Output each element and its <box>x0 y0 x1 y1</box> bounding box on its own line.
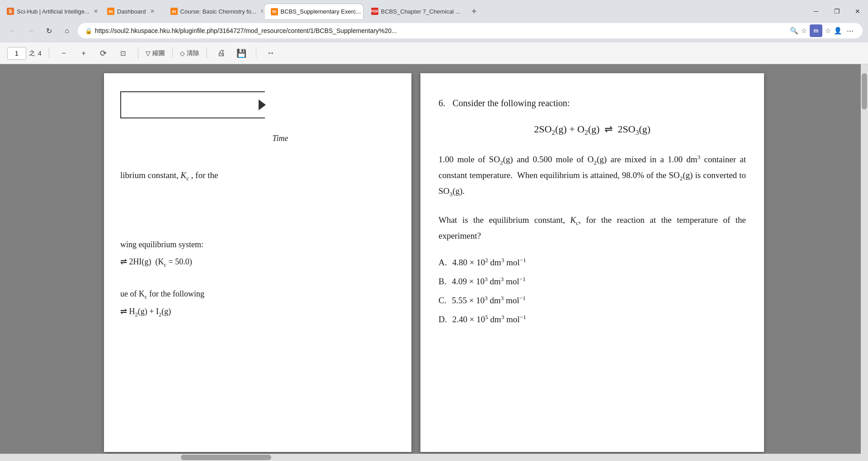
eq-follow-reaction: ⇌ H2(g) + I2(g) <box>120 305 395 319</box>
lock-icon: 🔒 <box>85 28 92 34</box>
tab-sci-hub[interactable]: S Sci-Hub | Artificial Intellige... ✕ <box>0 4 99 19</box>
choice-a: A. 4.80 × 102 dm3 mol−1 <box>439 254 746 271</box>
forward-button[interactable]: → <box>24 24 38 38</box>
diagram-arrow <box>259 99 266 110</box>
tab-sci-hub-close[interactable]: ✕ <box>92 8 99 15</box>
diagram-section: Time <box>120 91 395 145</box>
question-body: 1.00 mole of SO2(g) and 0.500 mole of O2… <box>439 152 746 200</box>
tab-bcbs-chapter[interactable]: PDF BCBS_Chapter 7_Chemical ... ✕ <box>364 4 464 19</box>
choice-d-label: D. <box>439 311 447 328</box>
pdf-container: Time librium constant, Kc , for the wing… <box>0 64 868 461</box>
page-total: 4 <box>38 50 42 57</box>
tab-bcbs-chapter-close[interactable]: ✕ <box>463 8 463 15</box>
diagram-box <box>120 91 265 118</box>
tab-bcbs-chapter-label: BCBS_Chapter 7_Chemical ... <box>381 8 461 15</box>
address-bar-row: ← → ↻ ⌂ 🔒 https://soul2.hkuspace.hku.hk/… <box>0 19 868 42</box>
tab-sci-hub-label: Sci-Hub | Artificial Intellige... <box>17 8 90 15</box>
page-input-group: 之 4 <box>7 47 42 60</box>
dashboard-favicon: m <box>107 8 114 15</box>
question-number: 6. <box>439 96 445 110</box>
eq-reaction-1: ⇌ 2HI(g) (Kc = 50.0) <box>120 255 395 269</box>
choice-c: C. 5.55 × 103 dm3 mol−1 <box>439 292 746 309</box>
maximize-button[interactable]: ❐ <box>826 4 847 19</box>
question-header: 6. Consider the following reaction: <box>439 96 746 110</box>
choice-a-label: A. <box>439 254 447 271</box>
toolbar-separator-3 <box>172 48 173 59</box>
equilibrium-system: wing equilibrium system: ⇌ 2HI(g) (Kc = … <box>120 238 395 319</box>
tab-bcbs-supp-label: BCBS_Supplementary Exerc... <box>281 8 361 15</box>
tab-course-label: Course: Basic Chemistry fo... <box>180 8 256 15</box>
pdf-toolbar: 之 4 − + ⟳ ⊡ ▽ ▽ 縮圖 縮圖 ◇ 清除 🖨 💾 ↔ <box>0 42 868 64</box>
choice-b: B. 4.09 × 103 dm3 mol−1 <box>439 273 746 290</box>
rotate-button[interactable]: ⟳ <box>96 46 111 61</box>
course-favicon: m <box>170 8 178 15</box>
zoom-out-button[interactable]: − <box>57 46 71 61</box>
toolbar-separator-4 <box>207 48 207 59</box>
tab-dashboard-label: Dashboard <box>117 8 146 15</box>
tab-dashboard[interactable]: m Dashboard ✕ <box>100 4 163 19</box>
eq-kc-note: ue of Kc for the following <box>120 287 395 301</box>
right-pdf-page: 6. Consider the following reaction: 2SO2… <box>420 73 764 452</box>
clear-label[interactable]: ◇ 清除 <box>180 49 199 57</box>
annotate-label[interactable]: ▽ ▽ 縮圖 縮圖 <box>146 49 165 57</box>
question-title: Consider the following reaction: <box>453 96 570 110</box>
eq-system-title: wing equilibrium system: <box>120 238 395 251</box>
back-button[interactable]: ← <box>5 24 20 38</box>
zoom-in-button[interactable]: + <box>76 46 91 61</box>
left-pdf-page: Time librium constant, Kc , for the wing… <box>104 73 411 452</box>
bcbs-chapter-favicon: PDF <box>371 8 378 15</box>
tab-course-close[interactable]: ✕ <box>259 8 263 15</box>
diagram-time-label: Time <box>165 132 395 145</box>
bookmark-star-icon[interactable]: ☆ <box>801 27 807 35</box>
choice-b-value: 4.09 × 103 dm3 mol−1 <box>452 273 525 290</box>
toolbar-separator-2 <box>138 48 138 59</box>
horizontal-scroll-thumb[interactable] <box>181 455 271 460</box>
tab-dashboard-close[interactable]: ✕ <box>149 8 156 15</box>
toolbar-separator-1 <box>49 48 49 59</box>
tab-bar: S Sci-Hub | Artificial Intellige... ✕ m … <box>0 0 868 19</box>
choice-c-value: 5.55 × 103 dm3 mol−1 <box>452 292 525 309</box>
horizontal-scrollbar[interactable] <box>0 454 861 461</box>
collections-icon[interactable]: ☆ <box>825 27 831 35</box>
choice-c-label: C. <box>439 292 446 309</box>
window-controls: ─ ❐ ✕ <box>806 4 868 19</box>
more-options-button[interactable]: ··· <box>845 26 855 36</box>
address-bar[interactable]: 🔒 https://soul2.hkuspace.hku.hk/pluginfi… <box>78 23 863 38</box>
expand-button[interactable]: ↔ <box>264 46 278 61</box>
minimize-button[interactable]: ─ <box>806 4 826 19</box>
question-kc-part: What is the equilibrium constant, Kc, fo… <box>439 212 746 243</box>
choice-a-value: 4.80 × 102 dm3 mol−1 <box>452 254 526 271</box>
choice-d-value: 2.40 × 105 dm3 mol−1 <box>452 311 526 328</box>
reaction-equation: 2SO2(g) + O2(g) ⇌ 2SO3(g) <box>439 121 746 138</box>
toolbar-separator-5 <box>256 48 256 59</box>
choice-d: D. 2.40 × 105 dm3 mol−1 <box>439 311 746 328</box>
sci-hub-favicon: S <box>7 8 14 15</box>
vertical-scrollbar[interactable] <box>861 64 868 461</box>
left-page-content: Time librium constant, Kc , for the wing… <box>120 91 395 319</box>
scroll-thumb[interactable] <box>862 73 867 109</box>
choice-b-label: B. <box>439 273 446 290</box>
profile-icon[interactable]: 👤 <box>834 27 842 35</box>
eq-constant-text: librium constant, Kc , for the <box>120 168 395 184</box>
browser-chrome: S Sci-Hub | Artificial Intellige... ✕ m … <box>0 0 868 42</box>
content-area: Time librium constant, Kc , for the wing… <box>0 64 868 461</box>
close-button[interactable]: ✕ <box>847 4 868 19</box>
reload-button[interactable]: ↻ <box>42 24 56 38</box>
fit-page-button[interactable]: ⊡ <box>116 46 131 61</box>
right-page-content: 6. Consider the following reaction: 2SO2… <box>439 96 746 328</box>
page-separator: 之 <box>29 49 35 57</box>
tab-bcbs-supplementary[interactable]: m BCBS_Supplementary Exerc... ✕ <box>264 4 363 19</box>
address-text: https://soul2.hkuspace.hku.hk/pluginfile… <box>95 27 786 34</box>
print-button[interactable]: 🖨 <box>214 46 229 61</box>
answer-choices: A. 4.80 × 102 dm3 mol−1 B. 4.09 × 103 dm… <box>439 254 746 328</box>
address-icons: 🔍 ☆ m ☆ 👤 ··· <box>790 24 855 37</box>
save-button[interactable]: 💾 <box>234 46 249 61</box>
extension-icon[interactable]: m <box>810 24 822 37</box>
tab-course[interactable]: m Course: Basic Chemistry fo... ✕ <box>164 4 263 19</box>
page-number-input[interactable] <box>7 47 26 60</box>
home-button[interactable]: ⌂ <box>60 24 74 38</box>
bcbs-supp-favicon: m <box>271 8 278 15</box>
new-tab-button[interactable]: + <box>467 4 482 19</box>
search-icon[interactable]: 🔍 <box>790 27 798 35</box>
